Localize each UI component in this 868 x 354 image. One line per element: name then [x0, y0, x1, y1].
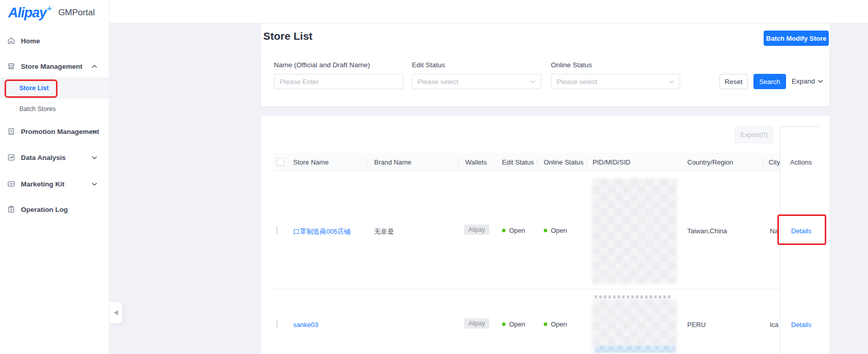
edit-status-select-placeholder: Please select — [417, 78, 458, 86]
country-cell: PERU — [687, 321, 706, 329]
image-icon — [7, 180, 15, 188]
city-cell-truncated: Ica — [770, 321, 778, 329]
alipay-logo-plus-icon: + — [47, 4, 51, 13]
table-header-row: Store Name Brand Name Wallets Edit Statu… — [273, 153, 818, 171]
column-divider — [763, 158, 763, 166]
edit-status-cell: Open — [502, 320, 525, 328]
sidebar-item-label: Store Management — [21, 63, 82, 70]
collapse-arrow-icon — [114, 310, 118, 315]
column-divider — [458, 158, 458, 166]
column-divider — [586, 158, 587, 166]
chevron-down-icon — [92, 182, 97, 186]
column-online-status: Online Status — [544, 153, 583, 171]
wallet-cell: Alipay — [464, 318, 489, 329]
online-status-select-placeholder: Please select — [556, 78, 597, 86]
search-button[interactable]: Search — [753, 74, 786, 89]
pid-redacted-link-block — [595, 346, 675, 352]
sidebar-item-promotion-management[interactable]: Promotion Management — [0, 124, 109, 139]
online-status-select[interactable]: Please select — [551, 74, 680, 89]
status-label: Open — [551, 320, 567, 328]
top-bar — [109, 0, 868, 23]
select-all-checkbox-cell — [276, 153, 285, 171]
details-link[interactable]: Details — [791, 227, 811, 235]
sidebar-item-label: Data Analysis — [21, 154, 66, 161]
store-name-link[interactable]: sanke03 — [293, 321, 318, 329]
chevron-down-icon — [92, 130, 97, 133]
sidebar-item-label: Promotion Management — [21, 128, 99, 135]
online-status-filter-label: Online Status — [551, 61, 592, 69]
edit-status-filter-label: Edit Status — [412, 61, 445, 69]
column-pid-mid-sid: PID/MID/SID — [593, 153, 630, 171]
row-checkbox[interactable] — [276, 319, 277, 328]
sidebar-item-marketing-kit[interactable]: Marketing Kit — [0, 177, 109, 191]
status-dot-icon — [502, 322, 506, 326]
batch-modify-store-button[interactable]: Batch Modify Store — [764, 31, 829, 46]
brand-name-cell: 无非是 — [374, 227, 394, 236]
status-label: Open — [509, 320, 525, 328]
alipay-logo: Alipay — [8, 5, 46, 21]
online-status-cell: Open — [544, 320, 567, 328]
column-edit-status: Edit Status — [502, 153, 534, 171]
export-selected-button[interactable]: Export(0) — [735, 126, 773, 143]
wallet-tag: Alipay — [464, 225, 489, 235]
status-label: Open — [551, 227, 567, 234]
sidebar-item-label: Marketing Kit — [21, 180, 65, 188]
row-divider — [273, 289, 818, 289]
expand-label: Expand — [792, 77, 815, 85]
clipboard-icon — [7, 205, 15, 213]
store-table-panel: Export(0) Export All Store Name Brand Na… — [261, 116, 829, 354]
home-icon — [7, 37, 15, 45]
column-country-region: Country/Region — [687, 153, 733, 171]
row-checkbox-cell — [276, 226, 277, 234]
country-cell: Taiwan,China — [687, 227, 727, 235]
online-status-cell: Open — [544, 227, 567, 234]
page-title: Store List — [263, 30, 313, 42]
column-actions: Actions — [790, 153, 812, 171]
brand-logo: Alipay+ GMPortal — [8, 4, 95, 21]
chevron-down-icon — [92, 156, 97, 159]
product-name: GMPortal — [58, 8, 95, 18]
status-dot-icon — [502, 229, 506, 232]
pid-clipped-text — [595, 295, 672, 298]
chart-icon — [7, 153, 15, 161]
receipt-icon — [7, 127, 15, 135]
row-checkbox-cell — [276, 320, 277, 328]
sidebar-collapse-handle[interactable] — [109, 302, 123, 324]
select-all-checkbox[interactable] — [276, 158, 285, 166]
wallet-cell: Alipay — [464, 225, 489, 235]
status-dot-icon — [544, 322, 547, 326]
reset-button[interactable]: Reset — [719, 74, 748, 89]
status-label: Open — [509, 227, 525, 234]
sidebar-item-data-analysis[interactable]: Data Analysis — [0, 150, 109, 165]
wallet-tag: Alipay — [464, 318, 489, 329]
sidebar-item-label: Operation Log — [21, 206, 68, 213]
store-name-link[interactable]: 口罩制造商005店铺 — [293, 227, 351, 236]
sidebar-item-store-list[interactable]: Store List — [0, 77, 109, 99]
row-checkbox[interactable] — [276, 226, 277, 234]
column-wallets: Wallets — [465, 153, 487, 171]
pid-redacted-block — [592, 178, 677, 284]
status-dot-icon — [544, 229, 547, 232]
sidebar-item-batch-stores[interactable]: Batch Stores — [0, 102, 109, 116]
filter-panel: Name (Official and Draft Name) Edit Stat… — [261, 52, 829, 106]
screen: Alipay+ GMPortal Home Store Management S… — [0, 0, 868, 354]
store-icon — [7, 62, 15, 70]
column-store-name: Store Name — [293, 153, 328, 171]
name-filter-input[interactable] — [274, 74, 403, 89]
column-city: City — [769, 153, 780, 171]
column-brand-name: Brand Name — [374, 153, 411, 171]
chevron-up-icon — [92, 65, 97, 68]
edit-status-select[interactable]: Please select — [412, 74, 541, 89]
sidebar-item-operation-log[interactable]: Operation Log — [0, 202, 109, 216]
edit-status-cell: Open — [502, 227, 525, 234]
sidebar-item-store-management[interactable]: Store Management — [0, 59, 109, 73]
chevron-down-icon — [669, 80, 675, 84]
details-link[interactable]: Details — [791, 321, 811, 329]
name-filter-label: Name (Official and Draft Name) — [274, 61, 370, 69]
chevron-down-icon — [530, 80, 536, 84]
expand-toggle[interactable]: Expand — [792, 77, 823, 85]
city-cell-truncated: Na — [770, 227, 778, 235]
chevron-down-icon — [818, 79, 823, 83]
sidebar-item-label: Batch Stores — [19, 105, 56, 113]
sidebar-item-home[interactable]: Home — [0, 34, 109, 48]
